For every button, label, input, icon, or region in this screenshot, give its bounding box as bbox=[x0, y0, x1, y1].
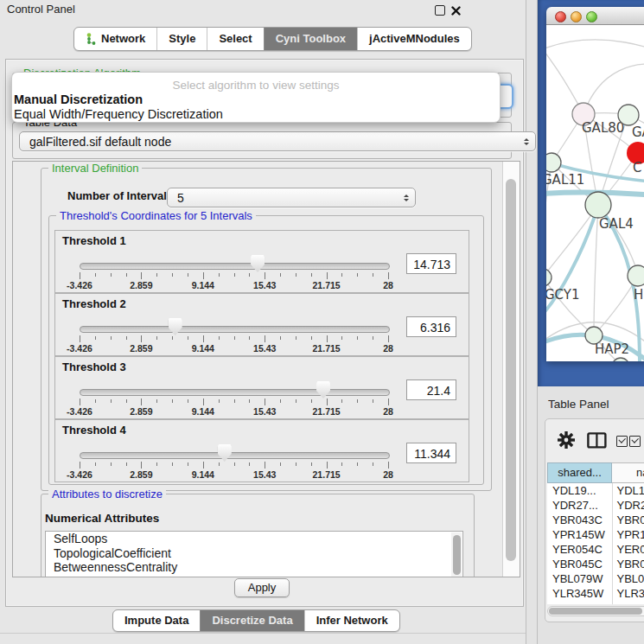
cell-shared-name[interactable]: YDL19... bbox=[547, 483, 613, 498]
dropdown-option-equal-width-frequency[interactable]: Equal Width/Frequency Discretization bbox=[14, 107, 223, 121]
table-row[interactable]: YBL079WYBL079W bbox=[547, 571, 644, 586]
table-row[interactable]: YIL052CYIL052C bbox=[547, 601, 644, 604]
cell-name[interactable]: YIL052C bbox=[613, 601, 644, 604]
list-item-betweennesscentrality[interactable]: BetweennessCentrality bbox=[46, 560, 462, 575]
tick-label: 28 bbox=[383, 280, 393, 290]
threshold-value-input[interactable]: 6.316 bbox=[406, 316, 456, 337]
slider-track[interactable] bbox=[80, 326, 390, 333]
slider-thumb[interactable] bbox=[316, 381, 330, 399]
network-node-gal4[interactable] bbox=[585, 192, 611, 218]
list-item-topologicalcoefficient[interactable]: TopologicalCoefficient bbox=[46, 546, 462, 561]
close-icon[interactable] bbox=[451, 3, 461, 19]
tick-mark bbox=[357, 336, 358, 340]
table-row[interactable]: YPR145WYPR145W bbox=[547, 527, 644, 542]
cell-shared-name[interactable]: YDR27... bbox=[547, 498, 613, 513]
cell-name[interactable]: YBR045C bbox=[613, 557, 644, 571]
slider-thumb[interactable] bbox=[169, 318, 182, 335]
cell-name[interactable]: YBR043C bbox=[613, 513, 644, 527]
tick-mark bbox=[357, 273, 358, 277]
table-row[interactable]: YDR27...YDR27... bbox=[547, 498, 644, 513]
cell-shared-name[interactable]: YPR145W bbox=[547, 527, 613, 542]
table-row[interactable]: YBR045CYBR045C bbox=[547, 557, 644, 571]
cell-shared-name[interactable]: YLR345W bbox=[547, 586, 613, 601]
checkbox-icon[interactable] bbox=[616, 436, 628, 447]
network-node-gcy1[interactable] bbox=[546, 269, 552, 286]
tick-mark bbox=[327, 399, 328, 405]
cell-name[interactable]: YBL079W bbox=[613, 571, 644, 586]
tick-mark bbox=[141, 272, 142, 279]
dropdown-option-manual-discretization[interactable]: Manual Discretization bbox=[14, 92, 143, 106]
slider-thumb[interactable] bbox=[218, 444, 232, 462]
tick-mark bbox=[265, 462, 265, 469]
table-data-combo[interactable]: galFiltered.sif default node bbox=[19, 131, 536, 151]
slider-track[interactable] bbox=[80, 263, 390, 270]
stepper-icon bbox=[404, 192, 409, 204]
table-row[interactable]: YLR345WYLR345W bbox=[547, 586, 644, 601]
cell-name[interactable]: YDR27... bbox=[613, 498, 644, 513]
checkbox-icon[interactable] bbox=[629, 436, 641, 447]
tab-infer-network[interactable]: Infer Network bbox=[304, 610, 399, 631]
tick-mark bbox=[357, 462, 358, 466]
tick-mark bbox=[219, 336, 220, 340]
network-node-gal11[interactable] bbox=[546, 153, 561, 172]
apply-button[interactable]: Apply bbox=[234, 578, 290, 597]
tab-cyni-toolbox[interactable]: Cyni Toolbox bbox=[264, 28, 357, 50]
slider-thumb[interactable] bbox=[251, 255, 265, 272]
tab-label: Cyni Toolbox bbox=[276, 28, 346, 50]
network-window[interactable]: GAL80GACGAL11GAL4GCY1HHAP2 bbox=[546, 7, 644, 361]
number-of-intervals-spinner[interactable]: 5 bbox=[167, 188, 416, 207]
cell-name[interactable]: YLR345W bbox=[613, 586, 644, 601]
cell-shared-name[interactable]: YBL079W bbox=[547, 571, 613, 586]
table-row[interactable]: YDL19...YDL19... bbox=[547, 483, 644, 498]
scrollbar-thumb[interactable] bbox=[453, 535, 461, 575]
list-scrollbar[interactable] bbox=[451, 532, 462, 577]
cell-shared-name[interactable]: YBR043C bbox=[547, 513, 613, 527]
gear-icon[interactable] bbox=[557, 430, 576, 453]
scrollbar-thumb[interactable] bbox=[506, 179, 516, 561]
table-horizontal-scrollbar[interactable] bbox=[547, 606, 644, 616]
column-settings-icon[interactable] bbox=[587, 432, 607, 452]
tab-discretize-data[interactable]: Discretize Data bbox=[200, 610, 303, 631]
tick-label: 2.859 bbox=[130, 343, 152, 354]
threshold-value-input[interactable]: 11.344 bbox=[406, 443, 456, 463]
network-canvas[interactable]: GAL80GACGAL11GAL4GCY1HHAP2 bbox=[546, 25, 644, 361]
zoom-traffic-light-icon[interactable] bbox=[586, 11, 597, 22]
close-traffic-light-icon[interactable] bbox=[555, 11, 566, 22]
slider-track[interactable] bbox=[80, 452, 390, 459]
network-window-titlebar[interactable] bbox=[546, 7, 644, 25]
cell-shared-name[interactable]: YER054C bbox=[547, 542, 613, 557]
table-panel-body: shared... na YDL19...YDL19...YDR27...YDR… bbox=[545, 418, 644, 622]
cell-name[interactable]: YPR145W bbox=[613, 527, 644, 542]
tab-jactivemnodules[interactable]: jActiveMNodules bbox=[357, 28, 471, 50]
tab-network[interactable]: Network bbox=[74, 28, 156, 50]
panel-splitter[interactable] bbox=[526, 0, 538, 644]
cell-name[interactable]: YER054C bbox=[613, 542, 644, 557]
slider-track[interactable] bbox=[80, 389, 390, 396]
column-header-name[interactable]: na bbox=[612, 462, 644, 483]
tick-mark bbox=[296, 462, 296, 466]
threshold-value-input[interactable]: 14.713 bbox=[406, 253, 456, 274]
threshold-value-input[interactable]: 21.4 bbox=[406, 379, 456, 400]
column-header-shared-name[interactable]: shared... bbox=[547, 462, 612, 483]
table-row[interactable]: YBR043CYBR043C bbox=[547, 513, 644, 527]
tab-style[interactable]: Style bbox=[156, 28, 207, 50]
tab-label: Style bbox=[169, 28, 195, 50]
tab-impute-data[interactable]: Impute Data bbox=[113, 610, 200, 631]
table-row[interactable]: YER054CYER054C bbox=[547, 542, 644, 557]
cell-name[interactable]: YDL19... bbox=[613, 483, 644, 498]
tick-mark bbox=[203, 399, 204, 405]
cell-shared-name[interactable]: YBR045C bbox=[547, 557, 613, 571]
node-label: GAL4 bbox=[599, 216, 634, 232]
threshold-title: Threshold 1 bbox=[62, 234, 126, 247]
tick-mark bbox=[126, 399, 127, 403]
network-node-h[interactable] bbox=[628, 265, 644, 286]
settings-scrollbar[interactable] bbox=[502, 162, 520, 577]
scrollbar-thumb[interactable] bbox=[549, 608, 642, 615]
cell-shared-name[interactable]: YIL052C bbox=[547, 601, 613, 604]
tick-label: -3.426 bbox=[67, 343, 92, 354]
network-node-ga[interactable] bbox=[618, 105, 639, 125]
float-window-icon[interactable] bbox=[435, 5, 445, 16]
tab-select[interactable]: Select bbox=[207, 28, 263, 50]
list-item-selfloops[interactable]: SelfLoops bbox=[46, 532, 462, 546]
minimize-traffic-light-icon[interactable] bbox=[571, 11, 582, 22]
